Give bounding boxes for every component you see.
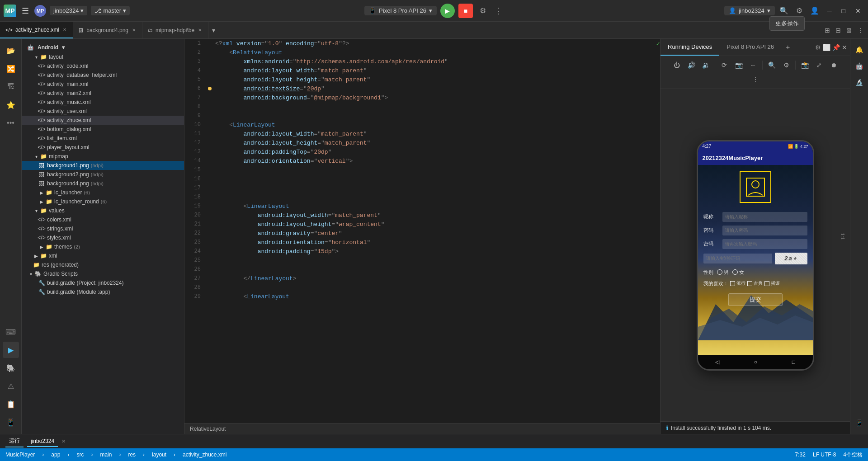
toolbar-search[interactable]: 🔍	[778, 5, 790, 17]
tree-ic-launcher-round[interactable]: ▶ 📁 ic_launcher_round (6)	[22, 197, 184, 206]
tree-activity-db[interactable]: </> activity_database_helper.xml	[22, 71, 184, 80]
tree-styles[interactable]: </> styles.xml	[22, 233, 184, 242]
tree-activity-music[interactable]: </> activity_music.xml	[22, 98, 184, 107]
sidebar-structure-button[interactable]: 🏗	[3, 79, 19, 95]
device-snapshot-button[interactable]: 📸	[798, 59, 811, 71]
device-tab-close-button[interactable]: ✕	[842, 44, 847, 51]
device-tab-running[interactable]: Running Devices	[660, 39, 719, 56]
sidebar-vcs-button[interactable]: 🔀	[3, 61, 19, 77]
sidebar-favorites-button[interactable]: ⭐	[3, 97, 19, 113]
tree-gradle-scripts[interactable]: ▾ 🐘 Gradle Scripts	[22, 269, 184, 278]
sidebar-project-button[interactable]: 📂	[3, 42, 19, 59]
phone-nav-home[interactable]: ○	[754, 359, 757, 365]
tree-bg4[interactable]: 🖼 background4.png (hdpi)	[22, 179, 184, 188]
device-settings2-button[interactable]: ⚙	[780, 59, 793, 71]
tree-player-layout[interactable]: </> player_layout.xml	[22, 143, 184, 152]
tree-bg2[interactable]: 🖼 background2.png (hdpi)	[22, 170, 184, 179]
tab-background4[interactable]: 🖼 background4.png ✕	[73, 22, 142, 38]
phone-hobby-rock[interactable]: 摇滚	[764, 280, 780, 287]
phone-password-input[interactable]	[722, 226, 807, 235]
phone-submit-button[interactable]: 提交	[728, 293, 783, 306]
device-rotate-button[interactable]: ⟳	[718, 59, 731, 71]
tree-bottom-dialog[interactable]: </> bottom_dialog.xml	[22, 125, 184, 134]
phone-radio-btn-male[interactable]	[717, 269, 722, 275]
tree-themes[interactable]: ▶ 📁 themes (2)	[22, 242, 184, 251]
tree-activity-user[interactable]: </> activity_user.xml	[22, 107, 184, 116]
device-volume-up-button[interactable]: 🔊	[685, 59, 698, 71]
tab-activity-zhuce[interactable]: </> activity_zhuce.xml ✕	[0, 22, 73, 38]
hamburger-button[interactable]: ☰	[20, 4, 31, 18]
sidebar-more-button[interactable]: •••	[3, 115, 19, 131]
tabs-layout-button[interactable]: ⊞	[823, 26, 832, 35]
phone-captcha-input[interactable]	[703, 254, 772, 263]
tab-mipmap-hdpi[interactable]: 🗂 mipmap-hdpi\be ✕	[142, 22, 208, 38]
device-selector[interactable]: 📱 Pixel 8 Pro API 26 ▾	[364, 6, 437, 15]
phone-checkbox-classic[interactable]	[747, 281, 752, 286]
toolbar-user[interactable]: 👤	[808, 5, 821, 17]
sidebar-eventlog-button[interactable]: 📋	[3, 396, 19, 412]
tree-values-folder[interactable]: ▾ 📁 values	[22, 206, 184, 215]
tabs-split-button[interactable]: ⊟	[834, 26, 843, 35]
tree-activity-main2[interactable]: </> activity_main2.xml	[22, 89, 184, 98]
phone-checkbox-rock[interactable]	[764, 281, 769, 286]
branch-selector[interactable]: ⎇ master ▾	[91, 6, 130, 15]
phone-radio-female[interactable]: 女	[732, 269, 744, 276]
sidebar-terminal-button[interactable]: ⌨	[3, 324, 19, 340]
tree-bg1[interactable]: 🖼 background1.png (hdpi)	[22, 161, 184, 170]
device-power-button[interactable]: ⏻	[670, 59, 683, 71]
status-line-col[interactable]: 7:32	[795, 452, 806, 458]
device-record-button[interactable]: ⏺	[827, 59, 840, 71]
tree-xml-folder[interactable]: ▶ 📁 xml	[22, 251, 184, 260]
tree-colors[interactable]: </> colors.xml	[22, 215, 184, 224]
code-content-area[interactable]: 1 <?xml version="1.0" encoding="utf-8"?>…	[184, 39, 660, 423]
tree-build-module[interactable]: 🔧 build.gradle (Module :app)	[22, 287, 184, 296]
tree-activity-zhuce[interactable]: </> activity_zhuce.xml	[22, 116, 184, 125]
window-minimize[interactable]: ─	[824, 6, 835, 15]
tree-list-item[interactable]: </> list_item.xml	[22, 134, 184, 143]
window-maximize[interactable]: □	[838, 6, 849, 15]
tabs-close-all-button[interactable]: ⊠	[844, 26, 854, 35]
tab-close-background4[interactable]: ✕	[131, 27, 137, 33]
tab-close-zhuce[interactable]: ✕	[62, 27, 67, 33]
phone-radio-btn-female[interactable]	[732, 269, 738, 275]
tree-strings[interactable]: </> strings.xml	[22, 224, 184, 233]
phone-nav-square[interactable]: □	[792, 359, 795, 365]
right-sidebar-notifications[interactable]: 🔔	[852, 42, 867, 57]
tab-close-mipmap[interactable]: ✕	[197, 27, 203, 33]
device-tab-settings-button[interactable]: ⚙	[815, 44, 821, 51]
status-indent[interactable]: 4个空格	[843, 451, 863, 459]
phone-nickname-input[interactable]	[722, 212, 807, 222]
device-tab-add-button[interactable]: +	[781, 39, 794, 56]
right-sidebar-inspections[interactable]: 🔬	[852, 75, 867, 89]
status-encoding[interactable]: LF UTF-8	[813, 452, 836, 458]
device-tab-expand-button[interactable]: ⬜	[823, 44, 830, 51]
settings-button[interactable]: ⚙	[476, 5, 489, 17]
android-tree-header[interactable]: 🤖 Android ▾	[22, 42, 184, 52]
tree-activity-main[interactable]: </> activity_main.xml	[22, 80, 184, 89]
run-button[interactable]: ▶	[440, 4, 455, 18]
sidebar-device-manager-button[interactable]: 📱	[3, 414, 19, 430]
tree-activity-code[interactable]: </> activity_code.xml	[22, 61, 184, 71]
run-tab-label[interactable]: 运行	[5, 435, 24, 447]
tabs-overflow-button[interactable]: ▾	[208, 22, 219, 38]
device-back-button[interactable]: ←	[747, 59, 760, 71]
device-volume-down-button[interactable]: 🔉	[699, 59, 712, 71]
phone-radio-male[interactable]: 男	[717, 269, 729, 276]
device-resize-button[interactable]: ⤢	[813, 59, 826, 71]
tree-res-generated[interactable]: 📁 res (generated)	[22, 260, 184, 269]
window-close[interactable]: ✕	[852, 6, 864, 15]
user-profile-selector[interactable]: 👤 jinbo2324 ▾	[724, 6, 774, 15]
device-zoom-button[interactable]: 🔍	[765, 59, 778, 71]
run-tab-project[interactable]: jinbo2324	[27, 436, 58, 447]
tabs-more-button[interactable]: ⋮	[855, 26, 865, 35]
stop-button[interactable]: ■	[458, 4, 473, 18]
phone-confirm-input[interactable]	[722, 239, 807, 249]
toolbar-gear[interactable]: ⚙	[793, 5, 806, 17]
project-selector[interactable]: jinbo2324 ▾	[50, 6, 87, 15]
sidebar-problems-button[interactable]: ⚠	[3, 378, 19, 394]
more-button[interactable]: ⋮	[493, 5, 504, 16]
device-screenshot-button[interactable]: 📷	[732, 59, 745, 71]
sidebar-run-bottom-button[interactable]: ▶	[3, 342, 19, 358]
tree-ic-launcher[interactable]: ▶ 📁 ic_launcher (6)	[22, 188, 184, 197]
run-tab-close[interactable]: ✕	[61, 438, 66, 444]
